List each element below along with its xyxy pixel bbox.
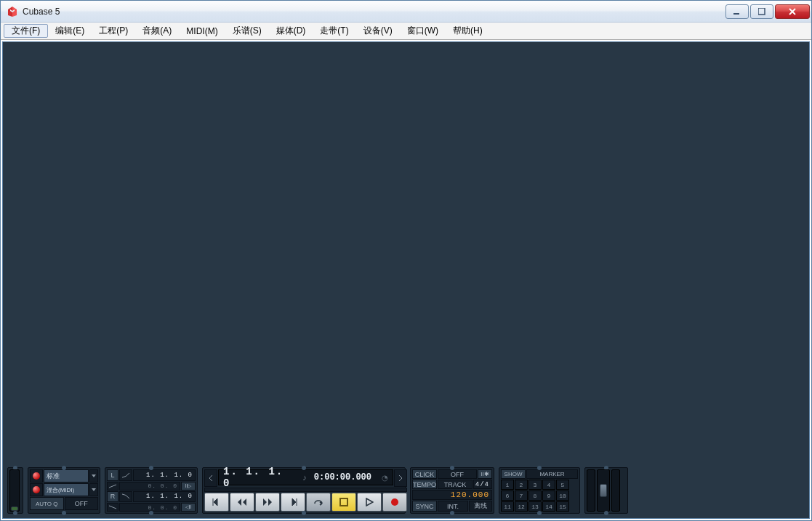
- marker-11[interactable]: 11: [501, 501, 514, 512]
- marker-1[interactable]: 1: [501, 480, 514, 490]
- punch-out-line-icon[interactable]: [107, 503, 118, 512]
- svg-rect-1: [758, 8, 765, 15]
- rec-mode-normal[interactable]: 标准: [44, 469, 89, 482]
- maximize-button[interactable]: [750, 4, 773, 19]
- marker-8[interactable]: 8: [528, 490, 542, 501]
- rec-mode-icon: [30, 469, 43, 482]
- autoq-label[interactable]: AUTO Q: [30, 497, 64, 510]
- menu-edit[interactable]: 编辑(E): [48, 23, 92, 39]
- punch-in-line-icon[interactable]: [107, 482, 118, 490]
- punch-in-toggle[interactable]: II▷: [181, 482, 196, 490]
- marker-15[interactable]: 15: [556, 501, 569, 512]
- nudge-left-button[interactable]: [204, 469, 217, 487]
- menu-project[interactable]: 工程(P): [92, 23, 135, 39]
- play-button[interactable]: [357, 493, 382, 512]
- markers-panel: SHOW MARKER 1 2 3 4 5 6 7 8 9 10 1: [499, 467, 580, 514]
- window-controls: [725, 4, 810, 19]
- menu-devices[interactable]: 设备(V): [356, 23, 400, 39]
- clock-icon[interactable]: ◔: [382, 474, 388, 482]
- svg-point-3: [391, 498, 398, 506]
- marker-12[interactable]: 12: [515, 501, 528, 512]
- record-mode-panel: 标准 混合(MIDI) AUTO Q OFF: [28, 467, 100, 514]
- app-window: Cubase 5 文件(F) 编辑(E) 工程(P) 音频(A) MIDI(M)…: [0, 0, 812, 521]
- sync-mode[interactable]: INT.: [438, 501, 468, 512]
- autoq-value[interactable]: OFF: [65, 497, 99, 510]
- titlebar[interactable]: Cubase 5: [1, 1, 811, 23]
- transport-panel: 标准 混合(MIDI) AUTO Q OFF: [7, 467, 805, 514]
- right-locator-label[interactable]: R: [107, 491, 118, 503]
- position-display[interactable]: 1. 1. 1. 0 ♪ 0:00:00.000 ◔: [218, 469, 393, 485]
- jog-slider[interactable]: [204, 488, 407, 492]
- menu-score[interactable]: 乐谱(S): [225, 23, 269, 39]
- sync-label[interactable]: SYNC: [412, 501, 437, 512]
- performance-meter: [7, 467, 23, 514]
- punch-out-curve-icon[interactable]: [119, 491, 132, 503]
- cpu-meter: [9, 469, 20, 512]
- menu-audio[interactable]: 音频(A): [135, 23, 179, 39]
- punch-in-curve-icon[interactable]: [119, 469, 132, 481]
- svg-rect-0: [733, 13, 739, 15]
- markers-label: MARKER: [526, 469, 578, 479]
- marker-2[interactable]: 2: [515, 480, 528, 490]
- marker-13[interactable]: 13: [528, 501, 542, 512]
- tempo-panel: CLICK OFF II✱ TEMPO TRACK 4/4 120.000 SY…: [410, 467, 494, 514]
- marker-grid: 1 2 3 4 5 6 7 8 9 10 11 12 13 14: [501, 480, 578, 512]
- marker-14[interactable]: 14: [542, 501, 555, 512]
- marker-10[interactable]: 10: [556, 490, 569, 501]
- goto-end-button[interactable]: [281, 493, 305, 512]
- menu-transport[interactable]: 走带(T): [313, 23, 355, 39]
- menu-window[interactable]: 窗口(W): [400, 23, 446, 39]
- rec-mix-dropdown[interactable]: [89, 483, 98, 496]
- close-button[interactable]: [775, 4, 810, 19]
- menu-file[interactable]: 文件(F): [4, 24, 48, 38]
- rec-mix-icon: [30, 483, 43, 496]
- click-label[interactable]: CLICK: [412, 469, 437, 479]
- rec-mode-mix[interactable]: 混合(MIDI): [44, 483, 89, 496]
- stop-button[interactable]: [331, 493, 356, 512]
- record-button[interactable]: [382, 493, 407, 512]
- left-locator-sub: 0. 0. 0: [119, 482, 180, 490]
- workspace: 标准 混合(MIDI) AUTO Q OFF: [2, 41, 810, 519]
- marker-6[interactable]: 6: [501, 490, 514, 501]
- svg-rect-2: [340, 498, 347, 506]
- rewind-button[interactable]: [230, 493, 254, 512]
- output-fader[interactable]: [597, 469, 610, 512]
- right-locator-pos[interactable]: 1. 1. 1. 0: [133, 491, 196, 503]
- menu-media[interactable]: 媒体(D): [269, 23, 313, 39]
- ruler-format-icon[interactable]: ♪: [302, 473, 307, 482]
- precount-toggle[interactable]: II✱: [478, 469, 492, 479]
- left-locator-pos[interactable]: 1. 1. 1. 0: [133, 469, 196, 481]
- project-canvas[interactable]: [3, 42, 809, 463]
- goto-start-button[interactable]: [204, 493, 229, 512]
- position-bars: 1. 1. 1. 0: [223, 466, 295, 489]
- marker-5[interactable]: 5: [556, 480, 569, 490]
- tempo-mode[interactable]: TRACK: [438, 480, 473, 489]
- nudge-right-button[interactable]: [394, 469, 407, 487]
- minimize-button[interactable]: [725, 4, 749, 19]
- cycle-button[interactable]: [306, 493, 331, 512]
- time-signature[interactable]: 4/4: [473, 480, 492, 489]
- tempo-label[interactable]: TEMPO: [412, 480, 437, 489]
- output-meter-left: [587, 469, 595, 512]
- marker-3[interactable]: 3: [528, 480, 542, 490]
- output-meter-right: [611, 469, 620, 512]
- marker-9[interactable]: 9: [542, 490, 555, 501]
- rec-mode-dropdown[interactable]: [89, 469, 98, 482]
- punch-out-toggle[interactable]: ◁II: [181, 503, 196, 512]
- app-icon: [7, 6, 18, 17]
- show-markers-button[interactable]: SHOW: [501, 469, 526, 479]
- marker-7[interactable]: 7: [515, 490, 528, 501]
- menu-midi[interactable]: MIDI(M): [179, 23, 225, 39]
- position-time: 0:00:00.000: [314, 472, 371, 482]
- marker-4[interactable]: 4: [542, 480, 555, 490]
- right-locator-sub: 0. 0. 0: [119, 503, 180, 512]
- output-level-panel: [584, 467, 628, 514]
- locators-panel: L 1. 1. 1. 0 0. 0. 0 II▷ R 1. 1. 1.: [105, 467, 198, 514]
- menu-help[interactable]: 帮助(H): [446, 23, 490, 39]
- tempo-bpm[interactable]: 120.000: [412, 490, 492, 500]
- window-title: Cubase 5: [23, 7, 725, 17]
- left-locator-label[interactable]: L: [107, 469, 118, 481]
- click-value[interactable]: OFF: [438, 469, 477, 479]
- forward-button[interactable]: [255, 493, 280, 512]
- menubar: 文件(F) 编辑(E) 工程(P) 音频(A) MIDI(M) 乐谱(S) 媒体…: [1, 23, 811, 40]
